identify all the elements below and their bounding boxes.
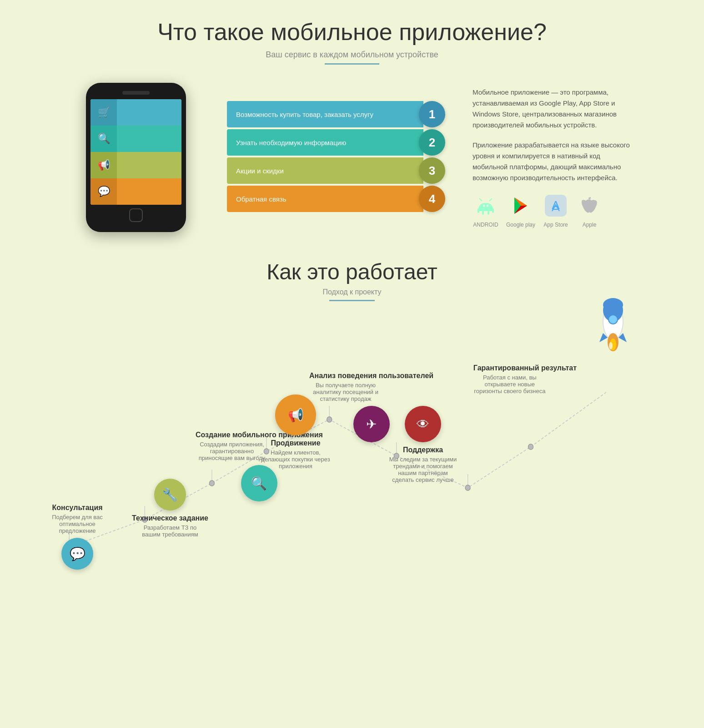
section2-underline — [329, 300, 375, 301]
node-podderzhka: 👁 Поддержка Мы следим за текущими тренда… — [387, 406, 459, 483]
desc-paragraph-2: Приложение разрабатывается на языке высо… — [473, 140, 632, 183]
node-desc-konsultacia: Подберем для вас оптимальное предложение — [41, 514, 114, 534]
svg-rect-3 — [488, 211, 489, 215]
node-result: Гарантированный результат Работая с нами… — [473, 360, 577, 398]
phone-label-4 — [117, 178, 181, 205]
svg-point-4 — [483, 205, 485, 207]
phone-icon-search: 🔍 — [91, 126, 117, 152]
feature-bar-2: Узнать необходимую информацию — [227, 129, 423, 156]
phone-label-2 — [117, 126, 181, 152]
svg-point-38 — [528, 444, 533, 450]
phone-icon-feedback: 💬 — [91, 178, 117, 205]
feature-item-3: Акции и скидки 3 — [227, 157, 445, 184]
feature-num-2: 2 — [419, 129, 445, 156]
feature-bar-4: Обратная связь — [227, 186, 423, 212]
phone-icon-cart: 🛒 — [91, 99, 117, 126]
feature-text-1: Возможность купить товар, заказать услуг… — [236, 111, 373, 118]
journey-path-svg — [27, 310, 677, 583]
subtitle: Ваш сервис в каждом мобильном устройстве — [27, 50, 677, 60]
svg-line-7 — [489, 198, 492, 201]
store-label-app-store: App Store — [543, 222, 568, 228]
phone-row-4: 💬 — [91, 178, 181, 205]
section-how-it-works: Как это работает Подход к проекту — [0, 250, 704, 602]
feature-item-1: Возможность купить товар, заказать услуг… — [227, 101, 445, 127]
store-apple: Apple — [576, 192, 603, 228]
node-title-konsultacia: Консультация — [41, 504, 114, 512]
journey-diagram: 💬 Консультация Подберем для вас оптималь… — [27, 310, 677, 583]
node-title-podderzhka: Поддержка — [403, 446, 443, 454]
svg-point-37 — [465, 485, 470, 490]
svg-rect-2 — [482, 211, 484, 215]
store-google-play: Google play — [506, 192, 535, 228]
app-store-icon: A — [543, 192, 569, 219]
features-list: Возможность купить товар, заказать услуг… — [227, 101, 445, 214]
store-label-android: ANDROID — [473, 222, 498, 228]
phone-device: 🛒 🔍 📢 💬 — [86, 83, 186, 232]
phone-label-1 — [117, 99, 181, 126]
phone-mockup: 🛒 🔍 📢 💬 — [72, 83, 200, 232]
node-desc-sozdanie: Создадим приложения, гарантированно прин… — [196, 441, 268, 461]
node-title-tz: Техническое задание — [132, 514, 208, 522]
node-konsultacia: 💬 Консультация Подберем для вас оптималь… — [41, 500, 114, 570]
store-app-store: A App Store — [543, 192, 569, 228]
store-icons: ANDROID Google play — [473, 192, 632, 228]
store-label-google-play: Google play — [506, 222, 535, 228]
feature-item-4: Обратная связь 4 — [227, 186, 445, 212]
desc-paragraph-1: Мобильное приложение — это программа, ус… — [473, 87, 632, 131]
android-icon — [473, 192, 499, 219]
section-what-is-app: Что такое мобильное приложение? Ваш серв… — [0, 0, 704, 250]
content-row: 🛒 🔍 📢 💬 — [27, 83, 677, 232]
phone-row-3: 📢 — [91, 152, 181, 178]
feature-text-3: Акции и скидки — [236, 167, 284, 175]
feature-item-2: Узнать необходимую информацию 2 — [227, 129, 445, 156]
phone-speaker — [122, 91, 150, 95]
phone-row-2: 🔍 — [91, 126, 181, 152]
main-title: Что такое мобильное приложение? — [27, 18, 677, 46]
node-circle-konsultacia: 💬 — [61, 538, 93, 570]
feature-num-4: 4 — [419, 186, 445, 212]
feature-num-3: 3 — [419, 157, 445, 184]
feature-text-4: Обратная связь — [236, 195, 287, 203]
phone-home-button — [129, 208, 143, 222]
section2-subtitle: Подход к проекту — [27, 288, 677, 296]
node-desc-analiz: Вы получаете полную аналитику посещений … — [309, 382, 382, 402]
svg-rect-1 — [492, 208, 494, 213]
node-circle-tz: 🔧 — [154, 479, 186, 511]
google-play-icon — [508, 192, 534, 219]
feature-text-2: Узнать необходимую информацию — [236, 139, 346, 147]
node-circle-sozdanie: 🔍 — [241, 465, 277, 501]
node-circle-podderzhka: 👁 — [405, 406, 441, 442]
node-title-analiz: Анализ поведения пользователей — [309, 372, 433, 380]
node-desc-prodvijenie: Найдем клиентов, делающих покупки через … — [259, 449, 332, 470]
svg-point-5 — [487, 205, 488, 207]
right-description: Мобильное приложение — это программа, ус… — [473, 87, 632, 228]
section2-title: Как это работает — [27, 259, 677, 284]
svg-point-17 — [603, 298, 623, 312]
node-circle-analiz: ✈ — [353, 406, 390, 442]
store-label-apple: Apple — [583, 222, 597, 228]
store-android: ANDROID — [473, 192, 499, 228]
feature-bar-3: Акции и скидки — [227, 157, 423, 184]
svg-line-6 — [479, 198, 482, 201]
node-desc-tz: Разработаем ТЗ по вашим требованиям — [134, 524, 206, 538]
phone-row-1: 🛒 — [91, 99, 181, 126]
title-underline — [325, 63, 379, 65]
node-desc-podderzhka: Мы следим за текущими трендами и помогае… — [387, 456, 459, 483]
node-desc-result: Работая с нами, вы открываете новые гори… — [473, 374, 546, 394]
feature-num-1: 1 — [419, 101, 445, 127]
svg-rect-0 — [478, 208, 479, 213]
phone-label-3 — [117, 152, 181, 178]
node-title-result: Гарантированный результат — [473, 364, 577, 372]
apple-icon — [576, 192, 603, 219]
feature-bar-1: Возможность купить товар, заказать услуг… — [227, 101, 423, 127]
phone-icon-promo: 📢 — [91, 152, 117, 178]
phone-screen: 🛒 🔍 📢 💬 — [91, 99, 181, 205]
